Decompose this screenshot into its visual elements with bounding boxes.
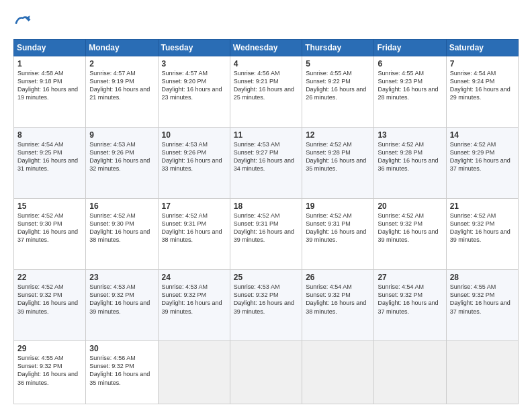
calendar-cell: 26 Sunrise: 4:54 AMSunset: 9:32 PMDaylig… [302, 270, 374, 341]
day-info: Sunrise: 4:58 AMSunset: 9:18 PMDaylight:… [17, 70, 78, 101]
day-info: Sunrise: 4:55 AMSunset: 9:22 PMDaylight:… [306, 70, 366, 101]
day-info: Sunrise: 4:52 AMSunset: 9:32 PMDaylight:… [17, 283, 78, 314]
day-number: 15 [17, 201, 83, 211]
calendar-cell: 4 Sunrise: 4:56 AMSunset: 9:21 PMDayligh… [230, 56, 302, 128]
day-info: Sunrise: 4:52 AMSunset: 9:28 PMDaylight:… [378, 141, 438, 172]
day-info: Sunrise: 4:55 AMSunset: 9:23 PMDaylight:… [378, 70, 438, 101]
calendar-body: 1 Sunrise: 4:58 AMSunset: 9:18 PMDayligh… [14, 56, 519, 404]
day-number: 1 [17, 59, 83, 68]
calendar-week-4: 22 Sunrise: 4:52 AMSunset: 9:32 PMDaylig… [14, 270, 519, 341]
calendar-cell: 11 Sunrise: 4:53 AMSunset: 9:27 PMDaylig… [230, 128, 302, 199]
day-info: Sunrise: 4:53 AMSunset: 9:32 PMDaylight:… [162, 283, 222, 314]
calendar-cell: 5 Sunrise: 4:55 AMSunset: 9:22 PMDayligh… [302, 56, 374, 128]
calendar-cell [158, 341, 230, 404]
day-header-friday: Friday [374, 40, 446, 56]
calendar-cell: 7 Sunrise: 4:54 AMSunset: 9:24 PMDayligh… [446, 56, 518, 128]
day-number: 25 [234, 273, 299, 282]
day-info: Sunrise: 4:55 AMSunset: 9:32 PMDaylight:… [17, 355, 78, 385]
header [13, 12, 519, 32]
calendar-cell [230, 341, 302, 404]
day-info: Sunrise: 4:53 AMSunset: 9:27 PMDaylight:… [234, 141, 294, 172]
day-info: Sunrise: 4:56 AMSunset: 9:21 PMDaylight:… [234, 70, 294, 101]
calendar-cell: 13 Sunrise: 4:52 AMSunset: 9:28 PMDaylig… [374, 128, 446, 199]
day-info: Sunrise: 4:55 AMSunset: 9:32 PMDaylight:… [450, 283, 511, 314]
day-info: Sunrise: 4:54 AMSunset: 9:32 PMDaylight:… [378, 283, 438, 314]
calendar-cell: 17 Sunrise: 4:52 AMSunset: 9:31 PMDaylig… [158, 199, 230, 270]
day-number: 8 [17, 130, 83, 140]
calendar-week-3: 15 Sunrise: 4:52 AMSunset: 9:30 PMDaylig… [14, 199, 519, 270]
day-header-thursday: Thursday [302, 40, 374, 56]
day-number: 24 [162, 273, 227, 282]
day-number: 18 [234, 201, 299, 211]
calendar-cell: 6 Sunrise: 4:55 AMSunset: 9:23 PMDayligh… [374, 56, 446, 128]
day-info: Sunrise: 4:54 AMSunset: 9:25 PMDaylight:… [17, 141, 78, 172]
calendar-cell: 16 Sunrise: 4:52 AMSunset: 9:30 PMDaylig… [86, 199, 158, 270]
day-number: 3 [162, 59, 227, 68]
calendar-cell: 21 Sunrise: 4:52 AMSunset: 9:32 PMDaylig… [446, 199, 518, 270]
day-number: 30 [89, 344, 154, 353]
day-number: 28 [450, 273, 515, 282]
calendar-cell: 2 Sunrise: 4:57 AMSunset: 9:19 PMDayligh… [86, 56, 158, 128]
day-info: Sunrise: 4:52 AMSunset: 9:30 PMDaylight:… [89, 212, 150, 243]
calendar: SundayMondayTuesdayWednesdayThursdayFrid… [13, 39, 519, 404]
calendar-cell: 28 Sunrise: 4:55 AMSunset: 9:32 PMDaylig… [446, 270, 518, 341]
day-info: Sunrise: 4:57 AMSunset: 9:20 PMDaylight:… [162, 70, 222, 101]
calendar-cell: 9 Sunrise: 4:53 AMSunset: 9:26 PMDayligh… [86, 128, 158, 199]
day-number: 11 [234, 130, 299, 140]
calendar-cell: 10 Sunrise: 4:53 AMSunset: 9:26 PMDaylig… [158, 128, 230, 199]
day-number: 4 [234, 59, 299, 68]
day-info: Sunrise: 4:52 AMSunset: 9:32 PMDaylight:… [450, 212, 511, 243]
day-info: Sunrise: 4:52 AMSunset: 9:29 PMDaylight:… [450, 141, 511, 172]
day-info: Sunrise: 4:53 AMSunset: 9:26 PMDaylight:… [89, 141, 150, 172]
calendar-cell: 18 Sunrise: 4:52 AMSunset: 9:31 PMDaylig… [230, 199, 302, 270]
day-number: 14 [450, 130, 515, 140]
calendar-cell: 27 Sunrise: 4:54 AMSunset: 9:32 PMDaylig… [374, 270, 446, 341]
day-header-sunday: Sunday [14, 40, 86, 56]
day-info: Sunrise: 4:52 AMSunset: 9:28 PMDaylight:… [306, 141, 366, 172]
day-number: 7 [450, 59, 515, 68]
logo [13, 12, 35, 32]
calendar-cell: 24 Sunrise: 4:53 AMSunset: 9:32 PMDaylig… [158, 270, 230, 341]
day-number: 16 [89, 201, 154, 211]
calendar-cell [302, 341, 374, 404]
day-number: 29 [17, 344, 83, 353]
calendar-cell [446, 341, 518, 404]
day-number: 2 [89, 59, 154, 68]
day-number: 5 [306, 59, 371, 68]
calendar-cell: 3 Sunrise: 4:57 AMSunset: 9:20 PMDayligh… [158, 56, 230, 128]
calendar-cell: 29 Sunrise: 4:55 AMSunset: 9:32 PMDaylig… [14, 341, 86, 404]
day-number: 9 [89, 130, 154, 140]
day-header-tuesday: Tuesday [158, 40, 230, 56]
day-header-saturday: Saturday [446, 40, 518, 56]
day-number: 13 [378, 130, 443, 140]
calendar-cell: 14 Sunrise: 4:52 AMSunset: 9:29 PMDaylig… [446, 128, 518, 199]
calendar-week-5: 29 Sunrise: 4:55 AMSunset: 9:32 PMDaylig… [14, 341, 519, 404]
day-info: Sunrise: 4:53 AMSunset: 9:32 PMDaylight:… [234, 283, 294, 314]
calendar-cell: 20 Sunrise: 4:52 AMSunset: 9:32 PMDaylig… [374, 199, 446, 270]
calendar-cell [374, 341, 446, 404]
day-number: 26 [306, 273, 371, 282]
day-number: 19 [306, 201, 371, 211]
page: SundayMondayTuesdayWednesdayThursdayFrid… [0, 0, 532, 411]
calendar-cell: 23 Sunrise: 4:53 AMSunset: 9:32 PMDaylig… [86, 270, 158, 341]
day-info: Sunrise: 4:54 AMSunset: 9:32 PMDaylight:… [306, 283, 366, 314]
calendar-week-1: 1 Sunrise: 4:58 AMSunset: 9:18 PMDayligh… [14, 56, 519, 128]
day-info: Sunrise: 4:53 AMSunset: 9:26 PMDaylight:… [162, 141, 222, 172]
day-info: Sunrise: 4:52 AMSunset: 9:30 PMDaylight:… [17, 212, 78, 243]
day-number: 17 [162, 201, 227, 211]
days-header-row: SundayMondayTuesdayWednesdayThursdayFrid… [14, 40, 519, 56]
calendar-cell: 1 Sunrise: 4:58 AMSunset: 9:18 PMDayligh… [14, 56, 86, 128]
day-info: Sunrise: 4:52 AMSunset: 9:31 PMDaylight:… [162, 212, 222, 243]
calendar-cell: 19 Sunrise: 4:52 AMSunset: 9:31 PMDaylig… [302, 199, 374, 270]
day-number: 10 [162, 130, 227, 140]
day-number: 12 [306, 130, 371, 140]
day-number: 6 [378, 59, 443, 68]
calendar-cell: 30 Sunrise: 4:56 AMSunset: 9:32 PMDaylig… [86, 341, 158, 404]
day-number: 21 [450, 201, 515, 211]
calendar-cell: 8 Sunrise: 4:54 AMSunset: 9:25 PMDayligh… [14, 128, 86, 199]
day-info: Sunrise: 4:52 AMSunset: 9:31 PMDaylight:… [234, 212, 294, 243]
day-info: Sunrise: 4:52 AMSunset: 9:31 PMDaylight:… [306, 212, 366, 243]
day-info: Sunrise: 4:57 AMSunset: 9:19 PMDaylight:… [89, 70, 150, 101]
day-info: Sunrise: 4:54 AMSunset: 9:24 PMDaylight:… [450, 70, 511, 101]
day-number: 27 [378, 273, 443, 282]
